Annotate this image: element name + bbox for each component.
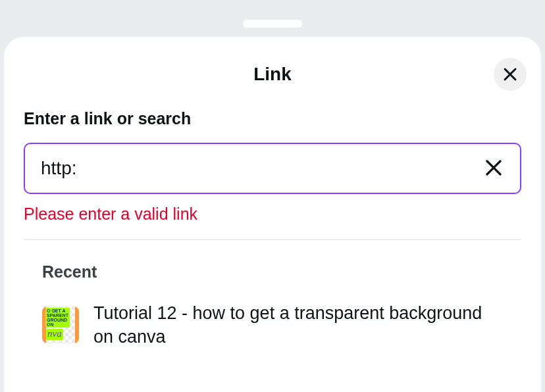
recent-section: Recent O GET A SPARENT GROUND ON nva Tut… xyxy=(4,262,541,349)
sheet-title: Link xyxy=(253,64,292,85)
error-message: Please enter a valid link xyxy=(24,205,521,224)
clear-input-button[interactable] xyxy=(480,155,507,182)
close-icon xyxy=(503,67,517,82)
close-button[interactable] xyxy=(494,58,527,91)
close-icon xyxy=(484,159,503,179)
link-sheet: Link Enter a link or search xyxy=(4,37,541,392)
form-area: Enter a link or search Please enter a va… xyxy=(4,109,541,240)
recent-item-title: Tutorial 12 - how to get a transparent b… xyxy=(93,301,503,349)
link-input[interactable] xyxy=(41,158,480,179)
recent-item-thumbnail: O GET A SPARENT GROUND ON nva xyxy=(42,306,79,343)
drag-handle[interactable] xyxy=(243,20,302,28)
input-label: Enter a link or search xyxy=(24,109,521,128)
divider xyxy=(24,239,521,240)
link-input-wrap xyxy=(24,143,521,194)
recent-heading: Recent xyxy=(42,262,503,282)
recent-item[interactable]: O GET A SPARENT GROUND ON nva Tutorial 1… xyxy=(42,301,503,349)
sheet-header: Link xyxy=(4,58,541,91)
